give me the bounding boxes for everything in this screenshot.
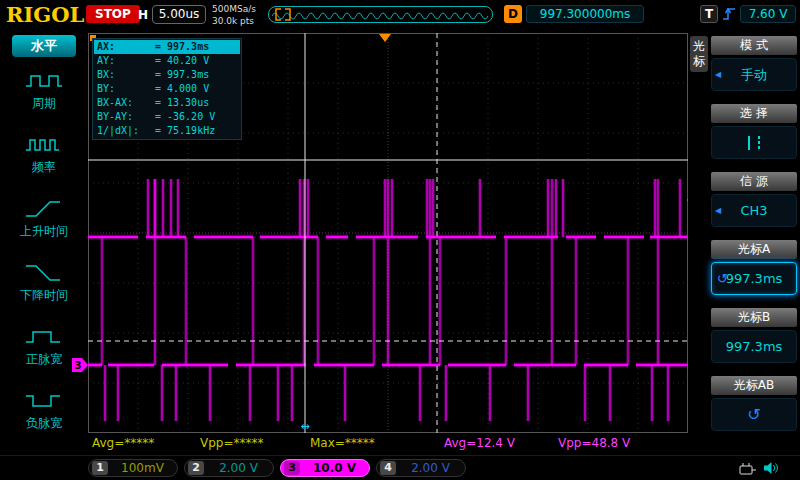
cursor-row: AY:= 40.20 V xyxy=(94,54,240,68)
cursor-row: 1/|dX|:= 75.19kHz xyxy=(94,124,240,138)
horizontal-label: H xyxy=(138,8,148,22)
measure-item-neg-width[interactable]: 负脉宽 xyxy=(0,379,88,443)
measurement-readout: Max=***** xyxy=(310,436,375,450)
trigger-slope-icon xyxy=(722,5,737,27)
oscilloscope-screen: RIGOL STOP H 5.00us 500MSa/s 30.0k pts D… xyxy=(0,0,800,480)
measurement-readout: Avg=***** xyxy=(92,436,154,450)
channel-number: 4 xyxy=(380,461,396,475)
neg-width-icon xyxy=(24,390,64,412)
menu-button-label: 997.3ms xyxy=(726,271,783,286)
channel-2-status[interactable]: 22.00 V xyxy=(184,459,274,477)
cursor-row: BX-AX:= 13.30us xyxy=(94,96,240,110)
measure-item-label: 正脉宽 xyxy=(26,351,62,368)
left-arrow-icon: ◀ xyxy=(715,206,721,215)
measure-item-fall-time[interactable]: 下降时间 xyxy=(0,251,88,315)
cursor-menu-tab: 光标 xyxy=(690,36,708,72)
measure-item-label: 负脉宽 xyxy=(26,415,62,432)
menu-button-label: 手动 xyxy=(741,66,767,84)
left-arrow-icon: ◀ xyxy=(715,70,721,79)
channel-scale: 10.0 V xyxy=(300,461,369,475)
menu-header-source: 信 源 xyxy=(711,172,797,191)
rotate-icon: ↺ xyxy=(717,271,728,286)
speaker-icon[interactable] xyxy=(762,460,780,480)
frequency-icon xyxy=(24,134,64,156)
delay-label: D xyxy=(504,5,522,23)
fall-time-icon xyxy=(24,262,64,284)
measurement-readout: Avg=12.4 V xyxy=(444,436,515,450)
sample-rate: 500MSa/s xyxy=(212,3,256,15)
channel-4-status[interactable]: 42.00 V xyxy=(376,459,466,477)
usb-icon xyxy=(738,461,758,480)
cursor-lines-icon xyxy=(739,134,769,152)
measure-item-label: 上升时间 xyxy=(20,223,68,240)
menu-header-mode: 模 式 xyxy=(711,36,797,55)
channel-scale: 2.00 V xyxy=(204,461,273,475)
top-status-bar: RIGOL STOP H 5.00us 500MSa/s 30.0k pts D… xyxy=(0,0,800,31)
trigger-level-value[interactable]: 7.60 V xyxy=(740,5,796,23)
cursor-row: BY-AY:= -36.20 V xyxy=(94,110,240,124)
measure-item-label: 周期 xyxy=(32,95,56,112)
measurement-readout: Vpp=48.8 V xyxy=(558,436,630,450)
acquisition-info: 500MSa/s 30.0k pts xyxy=(212,3,256,27)
menu-button-label: CH3 xyxy=(740,203,767,218)
memory-depth: 30.0k pts xyxy=(212,15,256,27)
measurement-readout: Vpp=***** xyxy=(200,436,264,450)
cursor-drag-icon: ↔ xyxy=(300,420,309,433)
timebase-value[interactable]: 5.00us xyxy=(152,5,206,24)
channel3-position-marker[interactable]: 3 xyxy=(72,357,88,373)
measure-item-frequency[interactable]: 频率 xyxy=(0,123,88,187)
waveform-display[interactable]: ↔ AX:= 997.3msAY:= 40.20 VBX:= 997.3msBY… xyxy=(88,33,688,433)
cursor-row: BX:= 997.3ms xyxy=(94,68,240,82)
measure-item-rise-time[interactable]: 上升时间 xyxy=(0,187,88,251)
measure-item-label: 下降时间 xyxy=(20,287,68,304)
delay-value[interactable]: 997.300000ms xyxy=(526,5,644,23)
channel-3-status[interactable]: 310.0 V xyxy=(280,459,370,477)
menu-button-cursor-b[interactable]: 997.3ms xyxy=(711,330,797,363)
channel-number: 1 xyxy=(92,461,108,475)
measure-menu-title[interactable]: 水平 xyxy=(12,35,76,57)
svg-text:3: 3 xyxy=(75,360,82,371)
menu-header-cursor-ab: 光标AB xyxy=(711,376,797,395)
menu-header-cursor-b: 光标B xyxy=(711,308,797,327)
channel-1-status[interactable]: 1100mV xyxy=(88,459,178,477)
menu-header-select: 选 择 xyxy=(711,104,797,123)
channel-number: 3 xyxy=(284,461,300,475)
period-icon xyxy=(24,70,64,92)
run-stop-status[interactable]: STOP xyxy=(86,5,140,23)
menu-button-cursor-ab[interactable]: ↺ xyxy=(711,398,797,431)
channel-number: 2 xyxy=(188,461,204,475)
rigol-logo: RIGOL xyxy=(6,2,84,27)
trigger-label: T xyxy=(700,5,718,23)
menu-header-cursor-a: 光标A xyxy=(711,240,797,259)
cursor-row: AX:= 997.3ms xyxy=(94,40,240,54)
measurement-results-row: Avg=*****Vpp=*****Max=*****Avg=12.4 VVpp… xyxy=(88,436,688,452)
menu-button-cursor-a[interactable]: ↺997.3ms xyxy=(711,262,797,295)
measure-item-period[interactable]: 周期 xyxy=(0,59,88,123)
menu-button-source[interactable]: ◀CH3 xyxy=(711,194,797,227)
menu-button-select[interactable] xyxy=(711,126,797,159)
pos-width-icon xyxy=(24,326,64,348)
menu-button-label: 997.3ms xyxy=(726,339,783,354)
cursor-menu: 光标 模 式◀手动选 择信 源◀CH3光标A↺997.3ms光标B997.3ms… xyxy=(688,31,800,455)
measure-menu: 水平 周期频率上升时间下降时间正脉宽负脉宽 xyxy=(0,31,88,455)
channel-scale: 100mV xyxy=(108,461,177,475)
measure-item-label: 频率 xyxy=(32,159,56,176)
menu-button-mode[interactable]: ◀手动 xyxy=(711,58,797,91)
cursor-readout-panel: AX:= 997.3msAY:= 40.20 VBX:= 997.3msBY:=… xyxy=(92,38,242,140)
memory-position-indicator[interactable] xyxy=(268,6,493,23)
rotate-icon: ↺ xyxy=(747,405,760,424)
cursor-row: BY:= 4.000 V xyxy=(94,82,240,96)
memory-waveform-icon xyxy=(269,7,492,22)
rise-time-icon xyxy=(24,198,64,220)
channel-scale: 2.00 V xyxy=(396,461,465,475)
channel-status-bar: 1100mV22.00 V310.0 V42.00 V xyxy=(0,455,800,480)
